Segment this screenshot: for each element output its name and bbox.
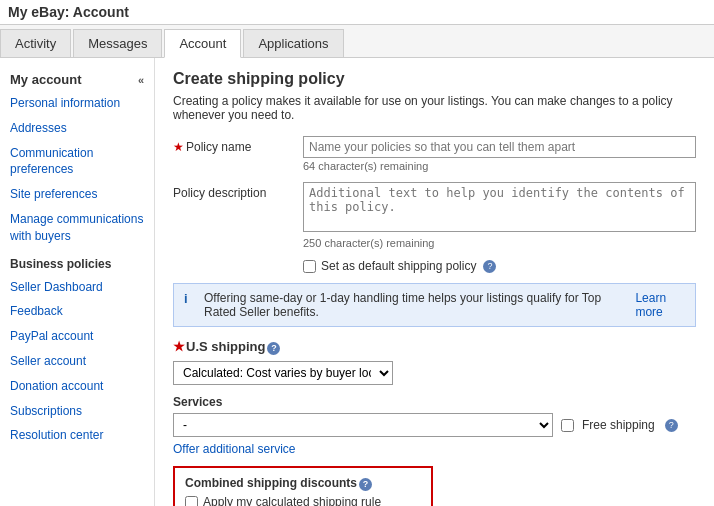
services-section: Services - Free shipping ? Offer additio…: [173, 395, 696, 456]
us-shipping-help-icon[interactable]: ?: [267, 342, 280, 355]
sidebar-item-manage-comms[interactable]: Manage communications with buyers: [0, 207, 154, 249]
services-row: - Free shipping ?: [173, 413, 696, 437]
sidebar-item-paypal-account[interactable]: PayPal account: [0, 324, 154, 349]
sidebar-collapse-button[interactable]: «: [138, 74, 144, 86]
free-shipping-checkbox[interactable]: [561, 419, 574, 432]
default-policy-label: Set as default shipping policy: [321, 259, 476, 273]
combined-shipping-box: Combined shipping discounts? Apply my ca…: [173, 466, 433, 506]
sidebar-item-subscriptions[interactable]: Subscriptions: [0, 399, 154, 424]
us-shipping-section: ★U.S shipping? Calculated: Cost varies b…: [173, 339, 696, 385]
sidebar-section-business-policies: Business policies: [0, 249, 154, 275]
policy-desc-field: 250 character(s) remaining: [303, 182, 696, 249]
combined-shipping-title: Combined shipping discounts?: [185, 476, 421, 491]
offer-additional-service-link[interactable]: Offer additional service: [173, 442, 296, 456]
sidebar-item-site-prefs[interactable]: Site preferences: [0, 182, 154, 207]
tab-account[interactable]: Account: [164, 29, 241, 58]
info-text: Offering same-day or 1-day handling time…: [204, 291, 620, 319]
page-title: Create shipping policy: [173, 70, 696, 88]
default-policy-help-icon[interactable]: ?: [483, 260, 496, 273]
top-bar: My eBay: Account: [0, 0, 714, 25]
policy-name-input[interactable]: [303, 136, 696, 158]
tab-applications[interactable]: Applications: [243, 29, 343, 57]
info-icon: i: [184, 291, 198, 306]
calculated-shipping-rule-label: Apply my calculated shipping rule: [203, 495, 381, 506]
sidebar-header: My account «: [0, 66, 154, 91]
learn-more-link[interactable]: Learn more: [635, 291, 685, 319]
default-policy-row: Set as default shipping policy ?: [303, 259, 696, 273]
sidebar-title: My account: [10, 72, 82, 87]
combined-shipping-checkbox-row: Apply my calculated shipping rule: [185, 495, 421, 506]
top-bar-title: My eBay: Account: [8, 4, 129, 20]
shipping-method-select[interactable]: Calculated: Cost varies by buyer locatio…: [173, 361, 393, 385]
free-shipping-label: Free shipping: [582, 418, 655, 432]
services-label: Services: [173, 395, 696, 409]
sidebar-item-communication-prefs[interactable]: Communication preferences: [0, 141, 154, 183]
info-box: i Offering same-day or 1-day handling ti…: [173, 283, 696, 327]
policy-desc-label: Policy description: [173, 182, 303, 249]
main-layout: My account « Personal information Addres…: [0, 58, 714, 506]
content-area: Create shipping policy Creating a policy…: [155, 58, 714, 506]
tab-bar: Activity Messages Account Applications: [0, 25, 714, 58]
policy-name-field: 64 character(s) remaining: [303, 136, 696, 172]
us-shipping-required-star: ★: [173, 339, 185, 354]
sidebar-item-addresses[interactable]: Addresses: [0, 116, 154, 141]
tab-messages[interactable]: Messages: [73, 29, 162, 57]
required-star: ★: [173, 140, 184, 154]
sidebar-item-resolution-center[interactable]: Resolution center: [0, 423, 154, 448]
sidebar-item-seller-dashboard[interactable]: Seller Dashboard: [0, 275, 154, 300]
policy-desc-char-count: 250 character(s) remaining: [303, 237, 696, 249]
sidebar-item-donation-account[interactable]: Donation account: [0, 374, 154, 399]
sidebar-item-personal-info[interactable]: Personal information: [0, 91, 154, 116]
page-description: Creating a policy makes it available for…: [173, 94, 696, 122]
policy-desc-row: Policy description 250 character(s) rema…: [173, 182, 696, 249]
tab-activity[interactable]: Activity: [0, 29, 71, 57]
services-select[interactable]: -: [173, 413, 553, 437]
combined-shipping-section: Combined shipping discounts? Apply my ca…: [173, 466, 696, 506]
combined-shipping-help-icon[interactable]: ?: [359, 478, 372, 491]
policy-name-char-count: 64 character(s) remaining: [303, 160, 696, 172]
default-policy-checkbox[interactable]: [303, 260, 316, 273]
policy-name-label: ★Policy name: [173, 136, 303, 172]
sidebar: My account « Personal information Addres…: [0, 58, 155, 506]
free-shipping-help-icon[interactable]: ?: [665, 419, 678, 432]
us-shipping-title: ★U.S shipping?: [173, 339, 696, 355]
sidebar-item-feedback[interactable]: Feedback: [0, 299, 154, 324]
policy-name-row: ★Policy name 64 character(s) remaining: [173, 136, 696, 172]
sidebar-item-seller-account[interactable]: Seller account: [0, 349, 154, 374]
calculated-shipping-rule-checkbox[interactable]: [185, 496, 198, 507]
policy-desc-input[interactable]: [303, 182, 696, 232]
